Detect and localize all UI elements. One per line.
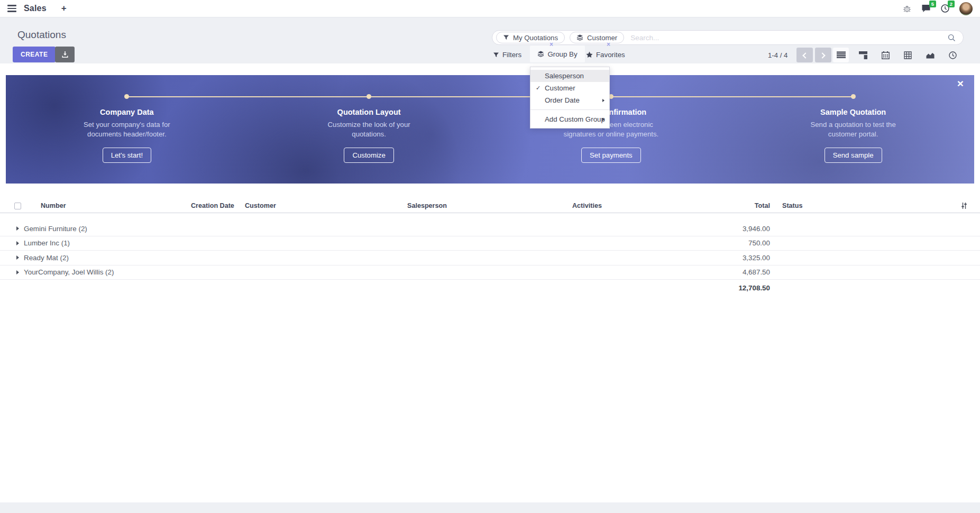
list-header-row: Number Creation Date Customer Salesperso… [0, 199, 980, 213]
close-icon[interactable]: × [957, 77, 964, 90]
top-navbar: Sales + 5 2 [0, 0, 980, 17]
group-row-gemini-furniture[interactable]: Gemini Furniture (2) 3,946.00 [0, 222, 980, 236]
column-header-status[interactable]: Status [770, 202, 948, 209]
page-title: Quotations [17, 29, 66, 41]
view-switch-activity[interactable] [945, 48, 960, 62]
column-header-creation-date[interactable]: Creation Date [191, 202, 245, 209]
group-total: 750.00 [688, 239, 770, 247]
column-header-activities[interactable]: Activities [572, 202, 688, 209]
grand-total: 12,708.50 [688, 284, 770, 292]
group-total: 3,325.00 [688, 254, 770, 262]
expand-caret-icon[interactable] [16, 270, 19, 274]
list-view-icon [837, 51, 846, 59]
messages-badge: 5 [929, 1, 936, 7]
messages-icon[interactable]: 5 [921, 4, 931, 13]
star-icon [586, 51, 593, 58]
lets-start-button[interactable]: Let's start! [103, 148, 151, 163]
content-area: × Company Data Set your company's data f… [0, 63, 980, 502]
chevron-right-icon [819, 52, 825, 58]
step-dot [851, 94, 856, 99]
menu-divider [530, 109, 609, 110]
apps-menu-icon[interactable] [7, 5, 16, 12]
optional-columns-icon[interactable] [948, 202, 980, 209]
submenu-arrow-icon [602, 99, 605, 102]
activity-view-icon [949, 51, 957, 59]
filter-icon [493, 52, 499, 58]
group-total: 4,687.50 [688, 268, 770, 276]
column-header-customer[interactable]: Customer [245, 202, 407, 209]
submenu-arrow-icon [602, 118, 605, 121]
expand-caret-icon[interactable] [16, 255, 19, 260]
download-icon [61, 51, 69, 58]
layers-icon [576, 34, 583, 41]
pager: 1-4 / 4 [768, 51, 787, 59]
group-by-menu: Salesperson ✓ Customer Order Date Add Cu… [530, 67, 610, 129]
expand-caret-icon[interactable] [16, 226, 19, 231]
facet-label: Customer [587, 34, 617, 42]
quotations-list: Number Creation Date Customer Salesperso… [0, 199, 980, 296]
add-tab-button[interactable]: + [61, 3, 67, 14]
view-switch-pivot[interactable] [900, 48, 915, 62]
view-switch-graph[interactable] [922, 48, 938, 62]
onboarding-step-company-data: Company Data Set your company's data for… [6, 108, 248, 163]
column-header-total[interactable]: Total [688, 202, 770, 209]
onboarding-banner: × Company Data Set your company's data f… [6, 75, 974, 184]
group-total: 3,946.00 [688, 225, 770, 233]
debug-bug-icon[interactable] [903, 4, 911, 13]
checkmark-icon: ✓ [536, 85, 541, 91]
activities-badge: 2 [948, 1, 955, 7]
pivot-view-icon [904, 51, 912, 59]
filter-icon [503, 34, 509, 41]
chevron-left-icon [802, 52, 808, 58]
select-all-checkbox[interactable] [14, 203, 21, 209]
graph-view-icon [926, 51, 935, 59]
pager-next-button[interactable] [815, 48, 831, 62]
menu-item-customer[interactable]: ✓ Customer [530, 82, 609, 94]
view-switch-calendar[interactable] [877, 48, 893, 62]
menu-item-order-date[interactable]: Order Date [530, 94, 609, 106]
app-name[interactable]: Sales [24, 4, 47, 13]
search-input[interactable] [630, 34, 963, 42]
view-switch-list[interactable] [833, 48, 849, 62]
onboarding-progress-line [127, 96, 853, 97]
onboarding-step-quotation-layout: Quotation Layout Customize the look of y… [248, 108, 490, 163]
group-row-yourcompany-joel-willis[interactable]: YourCompany, Joel Willis (2) 4,687.50 [0, 265, 980, 280]
menu-item-salesperson[interactable]: Salesperson [530, 70, 609, 82]
layers-icon [537, 51, 544, 57]
group-row-lumber-inc[interactable]: Lumber Inc (1) 750.00 [0, 236, 980, 251]
search-icon[interactable] [948, 34, 956, 42]
calendar-view-icon [882, 51, 890, 59]
column-header-salesperson[interactable]: Salesperson [407, 202, 572, 209]
send-sample-button[interactable]: Send sample [825, 148, 882, 163]
create-button[interactable]: CREATE [13, 47, 56, 62]
facet-my-quotations[interactable]: My Quotations [496, 32, 565, 43]
export-button[interactable] [55, 47, 75, 62]
facet-customer[interactable]: Customer [570, 32, 624, 43]
favorites-button[interactable]: Favorites [586, 48, 625, 62]
expand-caret-icon[interactable] [16, 241, 19, 245]
facet-remove-icon[interactable]: × [607, 41, 610, 48]
column-header-number[interactable]: Number [26, 202, 191, 209]
group-by-button[interactable]: Group By [530, 45, 585, 62]
user-avatar[interactable] [959, 2, 973, 15]
view-switch-kanban[interactable] [855, 48, 871, 62]
activities-clock-icon[interactable]: 2 [941, 4, 949, 13]
facet-remove-icon[interactable]: × [549, 41, 553, 48]
set-payments-button[interactable]: Set payments [581, 148, 641, 163]
menu-item-add-custom-group[interactable]: Add Custom Group [530, 113, 609, 125]
search-bar[interactable]: My Quotations Customer × × [492, 30, 964, 45]
onboarding-step-order-confirmation: Order Confirmation Choose between electr… [490, 108, 732, 163]
pager-previous-button[interactable] [796, 48, 813, 62]
filters-button[interactable]: Filters [493, 48, 521, 62]
kanban-view-icon [859, 51, 867, 59]
list-footer-row: 12,708.50 [0, 280, 980, 296]
customize-button[interactable]: Customize [344, 148, 393, 163]
group-row-ready-mat[interactable]: Ready Mat (2) 3,325.00 [0, 251, 980, 265]
onboarding-step-sample-quotation: Sample Quotation Send a quotation to tes… [732, 108, 974, 163]
